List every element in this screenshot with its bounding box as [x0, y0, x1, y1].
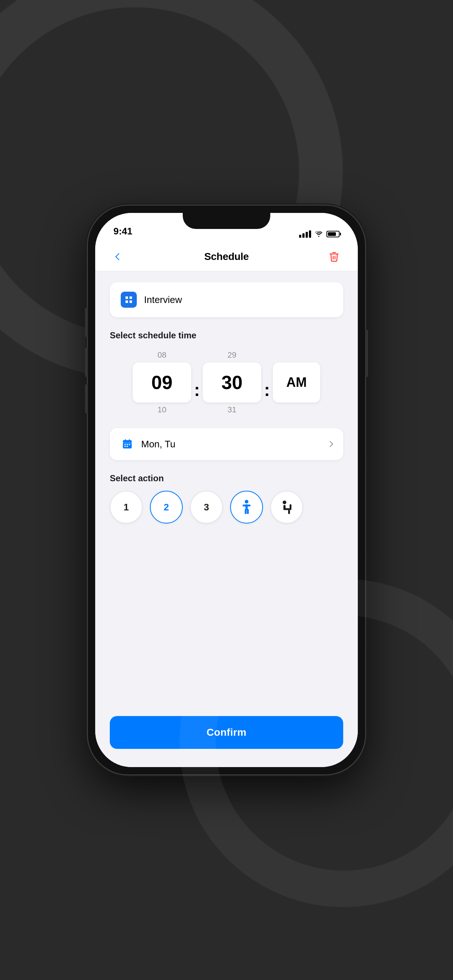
svg-rect-16: [245, 509, 247, 514]
minute-column[interactable]: 29 30 31: [203, 348, 261, 417]
svg-rect-1: [129, 296, 132, 299]
phone-screen: 9:41 Schedule: [95, 213, 358, 767]
delete-button[interactable]: [325, 248, 343, 266]
interview-card[interactable]: Interview: [110, 282, 343, 317]
status-time: 9:41: [113, 226, 132, 238]
svg-rect-0: [126, 296, 128, 299]
notch: [183, 213, 270, 229]
status-icons: [299, 231, 340, 238]
hour-above: 08: [158, 348, 166, 363]
action-section-label: Select action: [110, 473, 343, 484]
schedule-section-label: Select schedule time: [110, 330, 343, 340]
svg-rect-12: [126, 446, 128, 447]
interview-icon-bg: [121, 292, 137, 308]
battery-icon: [327, 231, 340, 237]
days-left: Mon, Tu: [121, 438, 175, 450]
action-item-3[interactable]: 3: [190, 491, 223, 523]
nav-bar: Schedule: [95, 242, 358, 271]
chevron-right-icon: [327, 441, 333, 447]
action-section: Select action 1 2 3: [110, 473, 343, 523]
svg-rect-22: [290, 504, 292, 510]
calendar-icon: [121, 438, 134, 450]
action-items: 1 2 3: [110, 491, 343, 523]
minute-above: 29: [228, 348, 236, 363]
page-title: Schedule: [204, 251, 249, 262]
action-item-2[interactable]: 2: [150, 491, 183, 523]
confirm-button[interactable]: Confirm: [110, 716, 343, 749]
svg-rect-2: [126, 301, 128, 303]
svg-rect-8: [124, 444, 126, 445]
ampm-box[interactable]: AM: [273, 363, 320, 402]
interview-label: Interview: [144, 294, 182, 305]
svg-rect-11: [124, 446, 126, 447]
action-item-person-standing[interactable]: [230, 491, 263, 523]
svg-rect-3: [129, 301, 132, 303]
back-button[interactable]: [110, 248, 128, 266]
svg-rect-15: [242, 504, 250, 506]
svg-rect-6: [129, 439, 130, 441]
svg-rect-9: [126, 444, 128, 445]
person-seated-icon: [279, 500, 294, 514]
time-picker: 08 09 10 : 29 30 31 : AM: [110, 348, 343, 417]
svg-rect-21: [288, 510, 290, 514]
signal-icon: [299, 231, 311, 238]
scroll-content: Interview Select schedule time 08 09 10 …: [95, 271, 358, 709]
back-chevron-icon: [115, 253, 123, 260]
trash-icon: [329, 251, 340, 262]
svg-point-18: [283, 501, 286, 504]
minute-box[interactable]: 30: [203, 363, 261, 402]
svg-rect-7: [123, 442, 132, 443]
phone-frame: 9:41 Schedule: [88, 205, 365, 775]
hour-below: 10: [158, 402, 166, 417]
hour-column[interactable]: 08 09 10: [133, 348, 191, 417]
svg-rect-5: [125, 439, 126, 441]
time-separator-2: :: [261, 380, 273, 400]
person-standing-icon: [240, 500, 253, 515]
svg-rect-17: [247, 509, 249, 514]
time-picker-section: Select schedule time 08 09 10 : 29 30 31: [110, 330, 343, 417]
days-text: Mon, Tu: [141, 439, 175, 450]
calendar-svg: [121, 438, 133, 450]
ampm-column[interactable]: AM: [273, 348, 320, 417]
action-item-1[interactable]: 1: [110, 491, 143, 523]
minute-below: 31: [228, 402, 236, 417]
action-item-person-seated[interactable]: [270, 491, 303, 523]
svg-rect-10: [129, 444, 130, 445]
svg-point-13: [245, 500, 248, 503]
days-card[interactable]: Mon, Tu: [110, 428, 343, 460]
hour-box[interactable]: 09: [133, 363, 191, 402]
time-separator-1: :: [191, 380, 203, 400]
bottom-area: Confirm: [95, 709, 358, 767]
wifi-icon: [315, 231, 323, 237]
grid-icon: [124, 295, 133, 304]
